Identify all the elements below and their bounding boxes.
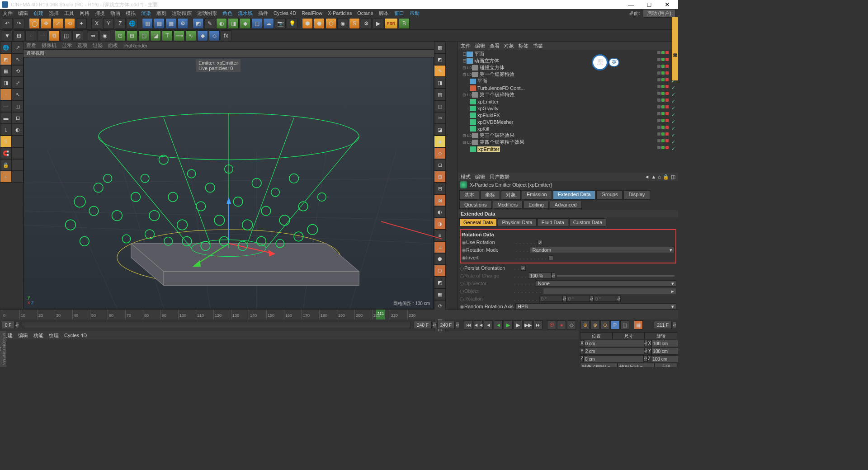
menu-item[interactable]: 工具: [64, 10, 74, 17]
ime-lang-badge[interactable]: 英: [609, 58, 619, 67]
menu-item[interactable]: 选择: [49, 10, 59, 17]
attr-tab[interactable]: 基本: [459, 190, 479, 200]
extended-subtab[interactable]: Custom Data: [569, 218, 606, 226]
start-frame[interactable]: 0 F: [2, 321, 14, 329]
sp[interactable]: ▴▾: [590, 296, 594, 302]
magnet-icon[interactable]: 🧲: [0, 147, 12, 159]
visibility-dot[interactable]: [657, 58, 660, 61]
tree-item[interactable]: ⊟ L0 第二个破碎特效✓: [459, 91, 677, 98]
object-name[interactable]: xpEmitter: [477, 146, 500, 152]
attr-tab[interactable]: Groups: [596, 190, 623, 200]
octane-live[interactable]: ▶: [373, 18, 383, 29]
om-menu[interactable]: 编辑: [475, 42, 485, 49]
menu-item[interactable]: 插件: [258, 10, 268, 17]
tool8[interactable]: [12, 136, 24, 147]
mograph-instance[interactable]: ◪: [150, 30, 161, 41]
play-backward[interactable]: ◄: [494, 320, 503, 329]
menu-item[interactable]: 文件: [3, 10, 13, 17]
object-name[interactable]: 平面: [477, 78, 487, 85]
play-forward[interactable]: ▶: [504, 320, 513, 329]
tree-item[interactable]: xpFluidFX✓: [459, 112, 677, 118]
object-name[interactable]: 第四个烟雾粒子效果: [480, 139, 524, 146]
attr-tab[interactable]: Editing: [524, 201, 549, 209]
sp[interactable]: ▴▾: [617, 296, 621, 302]
object-name[interactable]: 动画立方体: [474, 57, 499, 64]
pos-key[interactable]: ⊕: [580, 320, 590, 329]
object-name[interactable]: xpEmitter: [477, 99, 498, 104]
size-z[interactable]: [651, 355, 678, 362]
attr-tab[interactable]: 坐标: [480, 190, 500, 200]
visibility-dot[interactable]: [661, 58, 665, 61]
rt22[interactable]: ▦: [434, 288, 446, 300]
mograph-text[interactable]: T: [162, 30, 173, 41]
sp[interactable]: ▴▾: [15, 322, 19, 328]
visibility-dot[interactable]: [661, 139, 665, 142]
minimize-button[interactable]: —: [622, 1, 640, 8]
object-name[interactable]: 第二个破碎特效: [480, 91, 514, 98]
menu-item[interactable]: 角色: [222, 10, 232, 17]
xp-dynamics[interactable]: ◉: [337, 18, 348, 29]
rt12[interactable]: ⊞: [434, 171, 446, 183]
visibility-dot[interactable]: [665, 99, 669, 102]
om-menu[interactable]: 对象: [504, 42, 514, 49]
menu-item[interactable]: 动画: [110, 10, 120, 17]
mat-menu[interactable]: 纹理: [49, 332, 59, 339]
recent-tool[interactable]: ✦: [76, 18, 87, 29]
xp-generator[interactable]: ⬡: [326, 18, 336, 29]
point-mode[interactable]: ·: [0, 89, 12, 100]
redo-button[interactable]: ↷: [14, 18, 24, 29]
visibility-dot[interactable]: [665, 71, 669, 75]
tree-item[interactable]: xpEmitter✓: [459, 98, 677, 105]
menu-item[interactable]: 编辑: [18, 10, 28, 17]
menu-item[interactable]: Cycles 4D: [274, 10, 296, 16]
subdivision[interactable]: ◐: [216, 18, 227, 29]
ime-badge-icon[interactable]: 鹿: [592, 54, 608, 70]
axis-z[interactable]: Z: [115, 18, 126, 29]
vp-menu[interactable]: 面板: [108, 42, 118, 49]
vp-menu[interactable]: 查看: [26, 42, 36, 49]
om-menu[interactable]: 书签: [533, 42, 543, 49]
render-region[interactable]: ▦: [154, 18, 165, 29]
enable-check[interactable]: ✓: [671, 85, 675, 91]
rt15[interactable]: ◐: [434, 206, 446, 218]
visibility-dot[interactable]: [657, 126, 660, 129]
tree-item[interactable]: TurbulenceFD Cont...✓: [459, 85, 677, 91]
pos-x[interactable]: [584, 340, 644, 347]
move-tool[interactable]: ✥: [41, 18, 52, 29]
scale-key[interactable]: ⊗: [590, 320, 599, 329]
render-settings[interactable]: ⚙: [177, 18, 188, 29]
vp-menu[interactable]: 过滤: [93, 42, 103, 49]
menu-item[interactable]: 脚本: [379, 10, 389, 17]
lock-icon[interactable]: 🔒: [663, 174, 669, 180]
visibility-dot[interactable]: [661, 65, 665, 68]
tree-item[interactable]: ⊟ L0 第四个烟雾粒子效果✓: [459, 139, 677, 146]
object-name[interactable]: xpFluidFX: [477, 113, 500, 118]
visibility-dot[interactable]: [665, 132, 669, 136]
menu-item[interactable]: Octane: [357, 10, 373, 16]
rt20[interactable]: ⬡: [434, 265, 446, 277]
visibility-dot[interactable]: [665, 105, 669, 108]
rt5[interactable]: ▤: [434, 89, 446, 100]
cube-primitive[interactable]: ◩: [193, 18, 203, 29]
tree-item[interactable]: xpKill✓: [459, 125, 677, 132]
tool5[interactable]: ◫: [12, 100, 24, 112]
octane-s[interactable]: S: [349, 18, 360, 29]
visibility-dot[interactable]: [661, 119, 665, 122]
rand-axis-select[interactable]: HPB▾: [515, 303, 676, 309]
mograph-matrix[interactable]: ⊞: [127, 30, 137, 41]
extrude[interactable]: ◨: [228, 18, 239, 29]
keyframe-sel[interactable]: ◇: [567, 320, 576, 329]
rt1[interactable]: ▦: [434, 42, 446, 53]
xp-system[interactable]: ⬢: [302, 18, 313, 29]
cube-icon[interactable]: ◩: [0, 53, 12, 65]
coord-mode-select[interactable]: 对象 (相对) ▾: [580, 363, 618, 367]
psr-button[interactable]: PSR: [384, 18, 398, 29]
use-rotation-checkbox[interactable]: [538, 240, 542, 245]
prev-key[interactable]: ◄◄: [474, 320, 483, 329]
tree-item[interactable]: ⊟ 动画立方体✓: [459, 57, 677, 64]
rate-slider[interactable]: [557, 275, 675, 277]
viewport-3d[interactable]: Emitter: xpEmitter Live particles: 0 网格间…: [24, 57, 434, 309]
attr-tab[interactable]: Modifiers: [493, 201, 523, 209]
menu-item[interactable]: 窗口: [394, 10, 404, 17]
rt4[interactable]: ◨: [434, 77, 446, 89]
